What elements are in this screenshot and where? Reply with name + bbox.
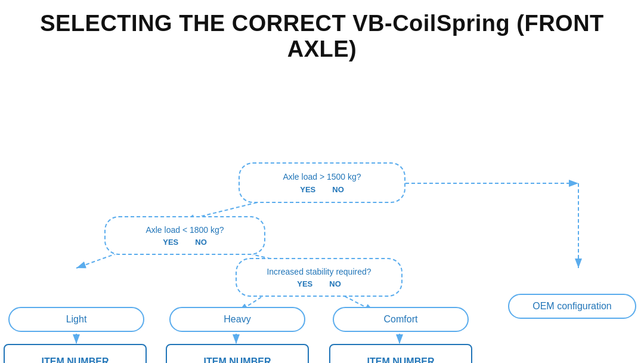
outcome-heavy: Heavy bbox=[169, 307, 305, 332]
outcome-oem: OEM configuration bbox=[508, 294, 636, 319]
decision-box-2: Axle load < 1800 kg? YES NO bbox=[104, 216, 265, 255]
outcome-comfort: Comfort bbox=[333, 307, 469, 332]
item0-label: ITEM NUMBER bbox=[42, 356, 109, 363]
decision1-yes: YES bbox=[300, 185, 315, 194]
decision2-question: Axle load < 1800 kg? bbox=[145, 224, 224, 235]
decision3-no: NO bbox=[329, 279, 341, 288]
diagram: Axle load > 1500 kg? YES NO Axle load < … bbox=[0, 68, 644, 363]
decision2-no: NO bbox=[195, 238, 207, 247]
decision-box-1: Axle load > 1500 kg? YES NO bbox=[239, 162, 405, 203]
outcome-light-label: Light bbox=[66, 314, 87, 325]
outcome-heavy-label: Heavy bbox=[224, 314, 250, 325]
decision-box-3: Increased stability required? YES NO bbox=[236, 258, 402, 297]
item1-label: ITEM NUMBER bbox=[204, 356, 271, 363]
page-title: SELECTING THE CORRECT VB-CoilSpring (FRO… bbox=[0, 0, 644, 68]
item-box-2: ITEM NUMBER 1700307002 bbox=[329, 344, 472, 363]
decision3-yes: YES bbox=[297, 279, 312, 288]
decision1-no: NO bbox=[332, 185, 344, 194]
outcome-oem-label: OEM configuration bbox=[532, 301, 612, 312]
item-box-1: ITEM NUMBER 1700307001 bbox=[166, 344, 309, 363]
decision3-question: Increased stability required? bbox=[267, 266, 371, 277]
item-box-0: ITEM NUMBER 1700307000 bbox=[4, 344, 147, 363]
item2-label: ITEM NUMBER bbox=[367, 356, 435, 363]
outcome-comfort-label: Comfort bbox=[384, 314, 418, 325]
decision2-yes: YES bbox=[163, 238, 178, 247]
decision1-question: Axle load > 1500 kg? bbox=[283, 171, 361, 182]
outcome-light: Light bbox=[8, 307, 144, 332]
